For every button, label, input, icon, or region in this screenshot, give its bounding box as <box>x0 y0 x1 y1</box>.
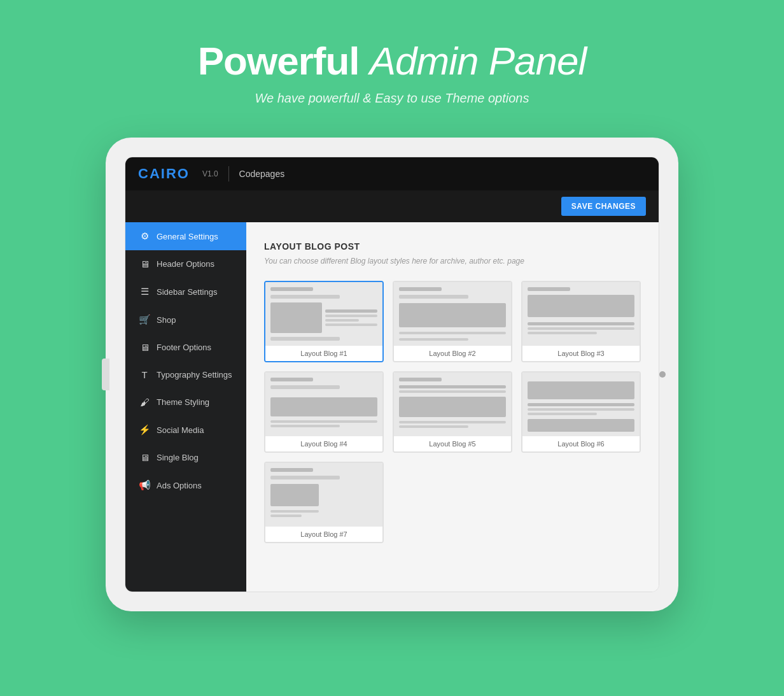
sidebar-item-social-media[interactable]: ⚡ Social Media <box>125 416 246 444</box>
sidebar-label-social: Social Media <box>157 425 204 435</box>
main-content: LAYOUT BLOG POST You can choose differen… <box>246 222 659 592</box>
layout-card-2[interactable]: Layout Blog #2 <box>393 281 512 362</box>
logo-version: V1.0 <box>202 169 218 178</box>
layout-card-1[interactable]: Layout Blog #1 <box>264 281 384 362</box>
tablet-mockup: CAIRO V1.0 Codepages SAVE CHANGES ⚙ Gene… <box>106 138 678 611</box>
layout-label-6: Layout Blog #6 <box>522 436 640 451</box>
admin-panel: CAIRO V1.0 Codepages SAVE CHANGES ⚙ Gene… <box>125 157 659 592</box>
sidebar-item-general-settings[interactable]: ⚙ General Settings <box>125 222 246 250</box>
sidebar-item-footer-options[interactable]: 🖥 Footer Options <box>125 334 246 361</box>
sidebar-label-shop: Shop <box>157 315 176 325</box>
sidebar: ⚙ General Settings 🖥 Header Options ☰ Si… <box>125 222 246 592</box>
hero-section: Powerful Admin Panel We have powerfull &… <box>198 38 587 106</box>
monitor-icon: 🖥 <box>139 259 150 269</box>
sidebar-label-general: General Settings <box>157 232 218 241</box>
sidebar-item-typography-settings[interactable]: T Typography Settings <box>125 361 246 388</box>
layout-card-4[interactable]: Layout Blog #4 <box>264 371 384 453</box>
logo-cairo: CAIRO <box>138 166 190 182</box>
sidebar-label-theme: Theme Styling <box>157 397 209 407</box>
sidebar-label-typography: Typography Settings <box>157 370 232 380</box>
gear-icon: ⚙ <box>139 231 150 242</box>
layout-preview-7 <box>265 463 382 527</box>
logo-divider <box>228 166 229 181</box>
layout-card-5[interactable]: Layout Blog #5 <box>393 371 512 453</box>
sidebar-icon: ☰ <box>139 286 150 297</box>
sidebar-label-blog: Single Blog <box>157 453 199 462</box>
sidebar-label-ads: Ads Options <box>157 481 202 490</box>
sidebar-item-header-options[interactable]: 🖥 Header Options <box>125 250 246 278</box>
layout-preview-2 <box>394 282 511 346</box>
section-title: LAYOUT BLOG POST <box>264 241 641 252</box>
tablet-dot <box>659 371 666 378</box>
sidebar-item-single-blog[interactable]: 🖥 Single Blog <box>125 444 246 471</box>
hero-subtitle: We have powerfull & Easy to use Theme op… <box>198 91 587 106</box>
typography-icon: T <box>139 369 150 380</box>
hero-title-bold: Powerful <box>198 39 360 83</box>
layout-preview-4 <box>265 373 382 436</box>
sidebar-label-sidebar: Sidebar Settings <box>157 287 217 297</box>
sidebar-item-theme-styling[interactable]: 🖌 Theme Styling <box>125 388 246 416</box>
layout-preview-1 <box>265 282 382 346</box>
theme-icon: 🖌 <box>139 397 150 408</box>
layout-label-2: Layout Blog #2 <box>394 346 511 361</box>
ads-icon: 📢 <box>139 479 150 491</box>
layout-card-3[interactable]: Layout Blog #3 <box>521 281 641 362</box>
admin-toolbar: SAVE CHANGES <box>125 190 659 222</box>
sidebar-item-sidebar-settings[interactable]: ☰ Sidebar Settings <box>125 278 246 306</box>
layout-preview-3 <box>522 282 640 346</box>
social-icon: ⚡ <box>139 424 150 436</box>
sidebar-item-shop[interactable]: 🛒 Shop <box>125 306 246 334</box>
save-changes-button[interactable]: SAVE CHANGES <box>561 197 646 216</box>
shop-icon: 🛒 <box>139 314 150 325</box>
hero-title: Powerful Admin Panel <box>198 38 587 83</box>
layout-label-5: Layout Blog #5 <box>394 436 511 451</box>
logo-codepages: Codepages <box>239 169 285 179</box>
layout-preview-6 <box>522 373 640 436</box>
admin-body: ⚙ General Settings 🖥 Header Options ☰ Si… <box>125 222 659 592</box>
layout-label-4: Layout Blog #4 <box>265 436 382 451</box>
sidebar-label-header: Header Options <box>157 259 214 269</box>
layout-card-6[interactable]: Layout Blog #6 <box>521 371 641 453</box>
layout-label-7: Layout Blog #7 <box>265 527 382 542</box>
hero-title-italic: Admin Panel <box>370 39 587 83</box>
layout-preview-5 <box>394 373 511 436</box>
section-desc: You can choose different Blog layout sty… <box>264 257 641 266</box>
sidebar-label-footer: Footer Options <box>157 343 211 352</box>
blog-icon: 🖥 <box>139 452 150 463</box>
footer-icon: 🖥 <box>139 342 150 353</box>
sidebar-item-ads-options[interactable]: 📢 Ads Options <box>125 471 246 499</box>
layout-card-7[interactable]: Layout Blog #7 <box>264 462 384 543</box>
layout-label-3: Layout Blog #3 <box>522 346 640 361</box>
layout-label-1: Layout Blog #1 <box>265 346 382 361</box>
admin-topbar: CAIRO V1.0 Codepages <box>125 157 659 190</box>
tablet-side-button <box>102 359 109 390</box>
layout-grid: Layout Blog #1 Layout Blog #2 <box>264 281 641 543</box>
